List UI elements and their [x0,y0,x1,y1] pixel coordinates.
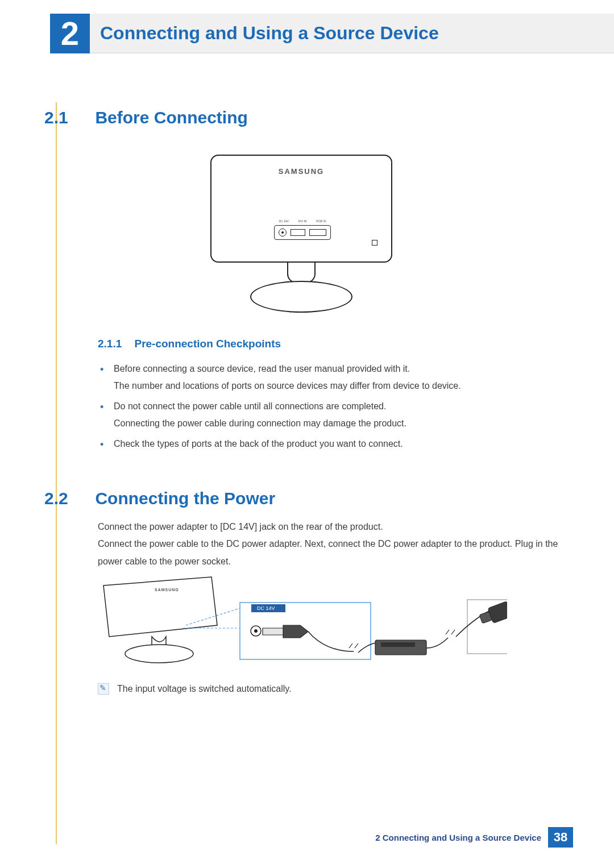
samsung-logo: SAMSUNG [279,167,324,176]
bullet-text-line1: Before connecting a source device, read … [114,364,410,373]
kensington-lock-icon [372,240,377,246]
samsung-small-logo: SAMSUNG [155,588,179,592]
figure-monitor-rear: SAMSUNG DC 14V DVI IN RGB IN [210,155,392,314]
svg-point-4 [254,629,258,633]
section-2.2-heading: 2.2 Connecting the Power [44,489,573,508]
port-label-rgb: RGB IN [316,219,326,223]
section-title: Before Connecting [95,108,247,127]
section-number: 2.1 [44,108,93,127]
bullet-text-line1: Check the types of ports at the back of … [114,439,403,448]
port-label-dc: DC 14V [279,219,289,223]
list-item: Before connecting a source device, read … [98,364,573,391]
section-2.1-heading: 2.1 Before Connecting [44,108,573,127]
bullet-text-line1: Do not connect the power cable until all… [114,401,386,411]
port-panel [274,225,331,240]
power-diagram-svg: SAMSUNG DC 14V [98,568,507,671]
monitor-neck [287,263,316,283]
note-row: The input voltage is switched automatica… [98,683,292,695]
svg-rect-5 [375,640,426,655]
list-item: Do not connect the power cable until all… [98,401,573,429]
bullet-text-line2: The number and locations of ports on sou… [114,381,573,391]
port-labels-row: DC 14V DVI IN RGB IN [274,219,331,223]
pre-connection-bullet-list: Before connecting a source device, read … [98,364,573,459]
svg-point-0 [125,645,193,663]
dc-callout-label: DC 14V [257,605,275,611]
monitor-small-icon: SAMSUNG [103,577,240,663]
page-number-badge: 38 [548,827,573,848]
note-icon [98,683,109,695]
subsection-2.1.1-heading: 2.1.1 Pre-connection Checkpoints [98,338,573,350]
wall-outlet [456,600,507,654]
section-title: Connecting the Power [95,489,275,508]
chapter-number-badge: 2 [50,14,90,53]
dc-jack-icon [279,229,287,236]
monitor-back-panel: SAMSUNG DC 14V DVI IN RGB IN [210,155,392,263]
subsection-number: 2.1.1 [98,338,132,350]
list-item: Check the types of ports at the back of … [98,439,573,449]
section-2.2-body: Connect the power adapter to [DC 14V] ja… [98,518,573,570]
page-footer: 2 Connecting and Using a Source Device 3… [0,827,614,848]
figure-power-connection: SAMSUNG DC 14V [98,568,507,671]
power-adapter-brick [358,630,455,655]
svg-rect-6 [381,642,415,647]
section-number: 2.2 [44,489,93,508]
footer-chapter-text: 2 Connecting and Using a Source Device [375,833,541,842]
chapter-title: Connecting and Using a Source Device [100,23,439,44]
subsection-title: Pre-connection Checkpoints [134,338,281,350]
rgb-port-icon [309,229,326,236]
port-label-dvi: DVI IN [298,219,307,223]
note-text: The input voltage is switched automatica… [117,684,292,694]
left-margin-rule [56,102,57,844]
monitor-base [250,281,352,313]
dc-callout: DC 14V [240,603,371,659]
dvi-port-icon [291,229,305,236]
bullet-text-line2: Connecting the power cable during connec… [114,418,573,429]
